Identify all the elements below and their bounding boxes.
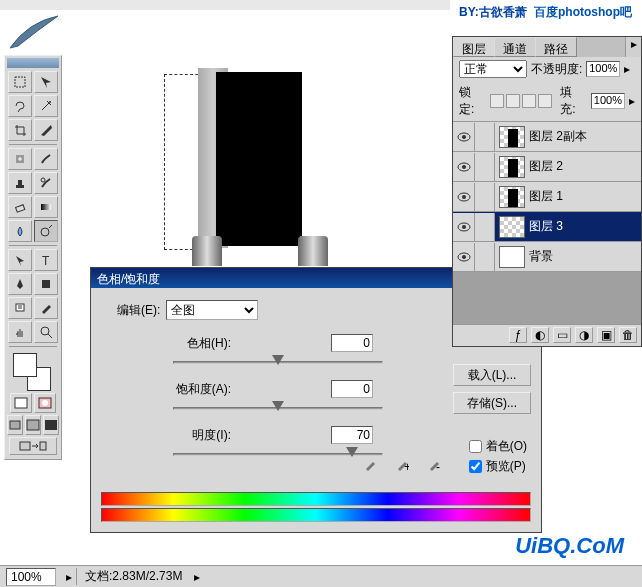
blur-tool[interactable] — [8, 220, 32, 242]
doc-size: 文档:2.83M/2.73M — [76, 568, 190, 585]
hue-label: 色相(H): — [101, 335, 231, 352]
svg-rect-7 — [41, 204, 51, 210]
tab-channels[interactable]: 通道 — [494, 37, 536, 57]
svg-rect-17 — [27, 420, 39, 430]
slice-tool[interactable] — [34, 119, 58, 141]
path-select-tool[interactable] — [8, 249, 32, 271]
layer-row[interactable]: 图层 1 — [453, 182, 641, 212]
crop-tool[interactable] — [8, 119, 32, 141]
spectrum-bars — [101, 490, 531, 526]
svg-rect-4 — [18, 180, 22, 185]
standard-mode-icon[interactable] — [10, 393, 32, 413]
edit-select[interactable]: 全图 — [166, 300, 258, 320]
lock-move-icon[interactable] — [522, 94, 536, 108]
svg-rect-13 — [15, 398, 27, 408]
svg-rect-18 — [45, 420, 57, 430]
eyedropper-add-icon[interactable]: + — [393, 456, 411, 474]
save-button[interactable]: 存储(S)... — [453, 392, 531, 414]
svg-text:-: - — [436, 460, 440, 472]
shape-tool[interactable] — [34, 273, 58, 295]
screen-full-icon[interactable] — [43, 415, 59, 435]
colorize-checkbox[interactable]: 着色(O) — [469, 438, 527, 455]
svg-point-8 — [41, 228, 49, 236]
layer-row[interactable]: 图层 2副本 — [453, 122, 641, 152]
chevron-icon[interactable]: ▸ — [190, 570, 204, 584]
chevron-down-icon[interactable]: ▸ — [629, 94, 635, 108]
adjustment-icon[interactable]: ◑ — [575, 327, 593, 343]
tab-layers[interactable]: 图层 — [453, 37, 495, 57]
chevron-down-icon[interactable]: ▸ — [624, 62, 630, 76]
tab-paths[interactable]: 路径 — [535, 37, 577, 57]
lock-label: 锁定: — [459, 84, 486, 118]
load-button[interactable]: 载入(L)... — [453, 364, 531, 386]
eyedropper-tool[interactable] — [34, 297, 58, 319]
lasso-tool[interactable] — [8, 95, 32, 117]
visibility-icon[interactable] — [453, 183, 475, 211]
opacity-value[interactable]: 100% — [586, 61, 620, 77]
screen-full-menu-icon[interactable] — [25, 415, 41, 435]
foreground-swatch[interactable] — [13, 353, 37, 377]
panel-menu-icon[interactable]: ▸ — [625, 37, 641, 57]
blend-mode-select[interactable]: 正常 — [459, 60, 527, 78]
hue-input[interactable] — [331, 334, 373, 352]
hue-slider[interactable] — [173, 354, 383, 372]
lock-all-icon[interactable] — [538, 94, 552, 108]
svg-rect-16 — [10, 421, 20, 429]
stamp-tool[interactable] — [8, 172, 32, 194]
artwork-cylinder-right — [298, 236, 328, 266]
layer-name: 图层 1 — [529, 188, 563, 205]
saturation-input[interactable] — [331, 380, 373, 398]
mask-icon[interactable]: ◐ — [531, 327, 549, 343]
quickmask-mode-icon[interactable] — [34, 393, 56, 413]
zoom-field[interactable]: 100% — [6, 568, 56, 586]
lock-paint-icon[interactable] — [506, 94, 520, 108]
notes-tool[interactable] — [8, 297, 32, 319]
layer-row[interactable]: 背景 — [453, 242, 641, 272]
credit-by: BY:古欲香萧 — [459, 5, 527, 19]
wand-tool[interactable] — [34, 95, 58, 117]
svg-point-12 — [41, 327, 49, 335]
hand-tool[interactable] — [8, 321, 32, 343]
layer-row[interactable]: 图层 2 — [453, 152, 641, 182]
layer-thumb — [499, 216, 525, 238]
color-swatches[interactable] — [9, 351, 57, 389]
lightness-slider[interactable] — [173, 446, 383, 464]
marquee-tool[interactable] — [8, 71, 32, 93]
eyedropper-icon[interactable] — [361, 456, 379, 474]
visibility-icon[interactable] — [453, 243, 475, 271]
chevron-icon[interactable]: ▸ — [62, 570, 76, 584]
jump-to-imageready[interactable] — [9, 437, 57, 455]
toolbox: T — [4, 55, 62, 460]
folder-icon[interactable]: ▭ — [553, 327, 571, 343]
dodge-tool[interactable] — [34, 220, 58, 242]
saturation-slider[interactable] — [173, 400, 383, 418]
fx-icon[interactable]: ƒ — [509, 327, 527, 343]
new-layer-icon[interactable]: ▣ — [597, 327, 615, 343]
lightness-label: 明度(I): — [101, 427, 231, 444]
preview-label: 预览(P) — [486, 458, 526, 475]
visibility-icon[interactable] — [453, 153, 475, 181]
svg-text:+: + — [404, 460, 409, 472]
eraser-tool[interactable] — [8, 196, 32, 218]
screen-standard-icon[interactable] — [7, 415, 23, 435]
type-tool[interactable]: T — [34, 249, 58, 271]
healing-tool[interactable] — [8, 148, 32, 170]
history-brush-tool[interactable] — [34, 172, 58, 194]
layers-panel: 图层 通道 路径 ▸ 正常 不透明度: 100%▸ 锁定: 填充: 100%▸ … — [452, 36, 642, 347]
move-tool[interactable] — [34, 71, 58, 93]
brush-tool[interactable] — [34, 148, 58, 170]
toolbox-titlebar[interactable] — [7, 58, 59, 68]
zoom-tool[interactable] — [34, 321, 58, 343]
pen-tool[interactable] — [8, 273, 32, 295]
gradient-tool[interactable] — [34, 196, 58, 218]
eyedropper-subtract-icon[interactable]: - — [425, 456, 443, 474]
trash-icon[interactable]: 🗑 — [619, 327, 637, 343]
layer-thumb — [499, 186, 525, 208]
visibility-icon[interactable] — [453, 213, 475, 241]
fill-value[interactable]: 100% — [591, 93, 625, 109]
preview-checkbox[interactable]: 预览(P) — [469, 458, 527, 475]
visibility-icon[interactable] — [453, 123, 475, 151]
lightness-input[interactable] — [331, 426, 373, 444]
layer-row[interactable]: 图层 3 — [453, 212, 641, 242]
lock-trans-icon[interactable] — [490, 94, 504, 108]
